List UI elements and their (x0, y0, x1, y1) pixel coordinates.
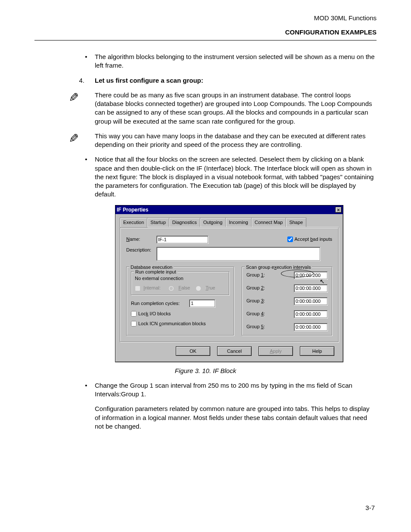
tab-outgoing[interactable]: Outgoing (200, 218, 226, 227)
group3-label: Group 3: (246, 298, 270, 304)
lock-icn-label: Lock ICN communication blocks (138, 320, 206, 327)
no-external-text: No external connection (135, 275, 225, 282)
header-product: MOD 30ML Functions (34, 14, 377, 22)
page-number: 3-7 (365, 504, 375, 511)
internal-checkbox (135, 286, 140, 291)
scan-group-title: Scan group execution intervals (245, 264, 312, 271)
group1-label: Group 1: (246, 272, 270, 278)
run-cycles-input[interactable] (189, 299, 215, 307)
accept-bad-inputs-checkbox[interactable]: Accept bad inputs (287, 236, 332, 243)
close-button[interactable]: × (335, 207, 342, 213)
bullet-icon: • (82, 53, 90, 70)
step-4-text: Let us first configure a scan group: (84, 76, 377, 85)
step-number-4: 4. (74, 76, 84, 85)
group4-input[interactable] (294, 310, 327, 318)
para-4: Configuration parameters related by comm… (95, 404, 377, 431)
bullet-icon: • (82, 155, 90, 199)
group2-input[interactable] (294, 284, 327, 292)
note-1: There could be as many as five scan grou… (95, 91, 377, 126)
figure-caption: Figure 3. 10. IF Block (34, 367, 377, 375)
pencil-icon: ✎ (69, 92, 79, 104)
tab-connect-map[interactable]: Connect Map (251, 218, 286, 227)
group5-input[interactable] (294, 323, 327, 331)
header-rule (34, 40, 377, 40)
if-properties-dialog: IF Properties × Execution Startup Diagno… (115, 205, 343, 362)
name-label: Name: (126, 236, 156, 243)
name-input[interactable] (156, 236, 208, 243)
group5-label: Group 5: (246, 324, 270, 330)
apply-button[interactable]: Apply (258, 346, 293, 356)
description-input[interactable] (156, 247, 320, 261)
note-2: This way you can have many loops in the … (95, 132, 377, 149)
true-label: True (206, 285, 215, 290)
ok-button[interactable]: OK (176, 346, 210, 356)
lock-io-label: Lock I/O blocks (138, 311, 171, 317)
dialog-title: IF Properties (117, 206, 148, 213)
para-3: Change the Group 1 scan interval from 25… (95, 381, 377, 399)
run-complete-title: Run complete input (134, 269, 177, 275)
tab-diagnostics[interactable]: Diagnostics (169, 218, 200, 227)
pencil-icon: ✎ (69, 133, 79, 145)
tab-shape[interactable]: Shape (286, 218, 306, 227)
scan-group-execution-intervals: Scan group execution intervals Group 1: … (242, 267, 332, 336)
tab-execution[interactable]: Execution (120, 218, 147, 227)
bullet-icon: • (82, 381, 90, 431)
lock-io-checkbox[interactable] (131, 311, 137, 317)
group3-input[interactable] (294, 297, 327, 305)
true-radio (196, 286, 201, 291)
tab-incoming[interactable]: Incoming (225, 218, 252, 227)
run-cycles-label: Run completion cycles: (131, 300, 189, 307)
accept-bad-checkbox[interactable] (287, 236, 293, 242)
help-button[interactable]: Help (300, 346, 334, 356)
internal-label: Internal: (143, 285, 161, 290)
cancel-button[interactable]: Cancel (217, 346, 252, 356)
header-section: CONFIGURATION EXAMPLES (34, 28, 377, 36)
run-complete-input-group: Run complete input No external connectio… (131, 271, 229, 296)
group2-label: Group 2: (246, 285, 270, 291)
group4-label: Group 4: (246, 311, 270, 317)
description-label: Description: (126, 247, 156, 253)
database-execution-group: Database execution Run complete input No… (126, 267, 234, 336)
false-radio (168, 286, 174, 291)
group1-input[interactable] (294, 271, 327, 279)
accept-bad-label: Accept bad inputs (295, 236, 332, 243)
tab-startup[interactable]: Startup (147, 218, 169, 227)
para-2: Notice that all the four blocks on the s… (90, 155, 377, 199)
lock-icn-checkbox[interactable] (131, 321, 137, 327)
para-1: The algorithm blocks belonging to the in… (90, 53, 377, 70)
false-label: False (178, 285, 190, 290)
